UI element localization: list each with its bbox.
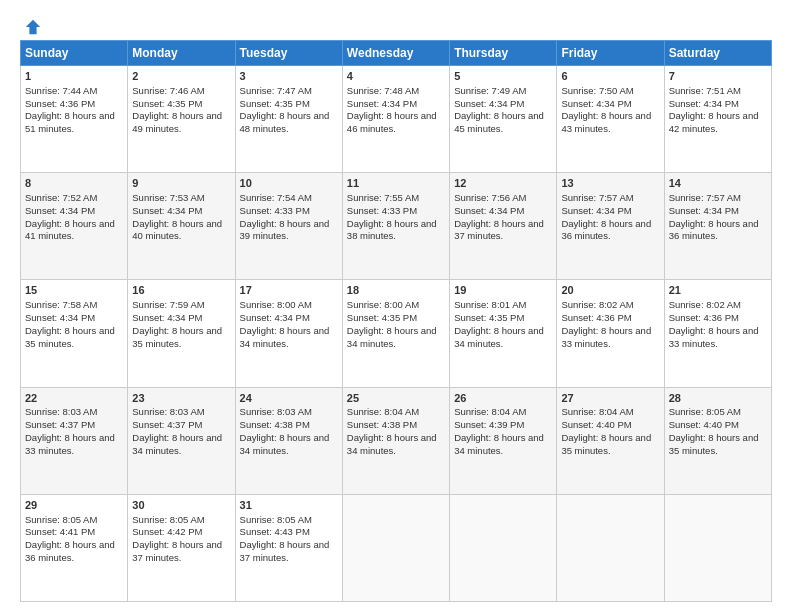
day-number: 19 bbox=[454, 283, 552, 298]
day-number: 10 bbox=[240, 176, 338, 191]
weekday-header: Monday bbox=[128, 41, 235, 66]
calendar-cell: 17Sunrise: 8:00 AMSunset: 4:34 PMDayligh… bbox=[235, 280, 342, 387]
calendar-cell: 6Sunrise: 7:50 AMSunset: 4:34 PMDaylight… bbox=[557, 66, 664, 173]
calendar-cell: 7Sunrise: 7:51 AMSunset: 4:34 PMDaylight… bbox=[664, 66, 771, 173]
calendar-cell: 3Sunrise: 7:47 AMSunset: 4:35 PMDaylight… bbox=[235, 66, 342, 173]
weekday-header: Wednesday bbox=[342, 41, 449, 66]
calendar-cell: 24Sunrise: 8:03 AMSunset: 4:38 PMDayligh… bbox=[235, 387, 342, 494]
calendar-week-row: 22Sunrise: 8:03 AMSunset: 4:37 PMDayligh… bbox=[21, 387, 772, 494]
calendar-table: SundayMondayTuesdayWednesdayThursdayFrid… bbox=[20, 40, 772, 602]
day-number: 1 bbox=[25, 69, 123, 84]
logo-icon bbox=[24, 18, 42, 36]
calendar-cell: 9Sunrise: 7:53 AMSunset: 4:34 PMDaylight… bbox=[128, 173, 235, 280]
day-number: 25 bbox=[347, 391, 445, 406]
calendar-cell: 12Sunrise: 7:56 AMSunset: 4:34 PMDayligh… bbox=[450, 173, 557, 280]
weekday-header: Sunday bbox=[21, 41, 128, 66]
calendar-cell: 25Sunrise: 8:04 AMSunset: 4:38 PMDayligh… bbox=[342, 387, 449, 494]
calendar-cell: 28Sunrise: 8:05 AMSunset: 4:40 PMDayligh… bbox=[664, 387, 771, 494]
calendar-cell: 13Sunrise: 7:57 AMSunset: 4:34 PMDayligh… bbox=[557, 173, 664, 280]
day-number: 31 bbox=[240, 498, 338, 513]
calendar-cell: 19Sunrise: 8:01 AMSunset: 4:35 PMDayligh… bbox=[450, 280, 557, 387]
calendar-cell: 14Sunrise: 7:57 AMSunset: 4:34 PMDayligh… bbox=[664, 173, 771, 280]
day-number: 13 bbox=[561, 176, 659, 191]
weekday-header: Friday bbox=[557, 41, 664, 66]
day-number: 16 bbox=[132, 283, 230, 298]
day-number: 27 bbox=[561, 391, 659, 406]
day-number: 22 bbox=[25, 391, 123, 406]
calendar-cell bbox=[342, 494, 449, 601]
calendar-cell: 15Sunrise: 7:58 AMSunset: 4:34 PMDayligh… bbox=[21, 280, 128, 387]
calendar-cell: 22Sunrise: 8:03 AMSunset: 4:37 PMDayligh… bbox=[21, 387, 128, 494]
day-number: 21 bbox=[669, 283, 767, 298]
day-number: 8 bbox=[25, 176, 123, 191]
calendar-cell bbox=[664, 494, 771, 601]
day-number: 5 bbox=[454, 69, 552, 84]
day-number: 15 bbox=[25, 283, 123, 298]
day-number: 12 bbox=[454, 176, 552, 191]
calendar-cell: 20Sunrise: 8:02 AMSunset: 4:36 PMDayligh… bbox=[557, 280, 664, 387]
calendar-cell: 4Sunrise: 7:48 AMSunset: 4:34 PMDaylight… bbox=[342, 66, 449, 173]
day-number: 26 bbox=[454, 391, 552, 406]
day-number: 7 bbox=[669, 69, 767, 84]
calendar-cell: 5Sunrise: 7:49 AMSunset: 4:34 PMDaylight… bbox=[450, 66, 557, 173]
day-number: 9 bbox=[132, 176, 230, 191]
calendar-cell: 8Sunrise: 7:52 AMSunset: 4:34 PMDaylight… bbox=[21, 173, 128, 280]
day-number: 3 bbox=[240, 69, 338, 84]
calendar-week-row: 15Sunrise: 7:58 AMSunset: 4:34 PMDayligh… bbox=[21, 280, 772, 387]
day-number: 30 bbox=[132, 498, 230, 513]
day-number: 6 bbox=[561, 69, 659, 84]
calendar-cell: 18Sunrise: 8:00 AMSunset: 4:35 PMDayligh… bbox=[342, 280, 449, 387]
calendar-week-row: 1Sunrise: 7:44 AMSunset: 4:36 PMDaylight… bbox=[21, 66, 772, 173]
calendar-cell: 1Sunrise: 7:44 AMSunset: 4:36 PMDaylight… bbox=[21, 66, 128, 173]
calendar-cell: 11Sunrise: 7:55 AMSunset: 4:33 PMDayligh… bbox=[342, 173, 449, 280]
calendar-cell: 16Sunrise: 7:59 AMSunset: 4:34 PMDayligh… bbox=[128, 280, 235, 387]
calendar-cell: 29Sunrise: 8:05 AMSunset: 4:41 PMDayligh… bbox=[21, 494, 128, 601]
day-number: 2 bbox=[132, 69, 230, 84]
weekday-header: Saturday bbox=[664, 41, 771, 66]
day-number: 17 bbox=[240, 283, 338, 298]
day-number: 11 bbox=[347, 176, 445, 191]
day-number: 20 bbox=[561, 283, 659, 298]
day-number: 23 bbox=[132, 391, 230, 406]
calendar-cell: 23Sunrise: 8:03 AMSunset: 4:37 PMDayligh… bbox=[128, 387, 235, 494]
calendar-body: 1Sunrise: 7:44 AMSunset: 4:36 PMDaylight… bbox=[21, 66, 772, 602]
calendar-cell: 30Sunrise: 8:05 AMSunset: 4:42 PMDayligh… bbox=[128, 494, 235, 601]
svg-marker-0 bbox=[26, 20, 40, 34]
day-number: 24 bbox=[240, 391, 338, 406]
weekday-header: Tuesday bbox=[235, 41, 342, 66]
day-number: 18 bbox=[347, 283, 445, 298]
logo bbox=[20, 18, 42, 32]
page: SundayMondayTuesdayWednesdayThursdayFrid… bbox=[0, 0, 792, 612]
calendar-cell bbox=[557, 494, 664, 601]
calendar-cell bbox=[450, 494, 557, 601]
day-number: 4 bbox=[347, 69, 445, 84]
calendar-cell: 31Sunrise: 8:05 AMSunset: 4:43 PMDayligh… bbox=[235, 494, 342, 601]
calendar-week-row: 29Sunrise: 8:05 AMSunset: 4:41 PMDayligh… bbox=[21, 494, 772, 601]
calendar-cell: 27Sunrise: 8:04 AMSunset: 4:40 PMDayligh… bbox=[557, 387, 664, 494]
weekday-header: Thursday bbox=[450, 41, 557, 66]
day-number: 28 bbox=[669, 391, 767, 406]
calendar-header-row: SundayMondayTuesdayWednesdayThursdayFrid… bbox=[21, 41, 772, 66]
calendar-cell: 26Sunrise: 8:04 AMSunset: 4:39 PMDayligh… bbox=[450, 387, 557, 494]
calendar-week-row: 8Sunrise: 7:52 AMSunset: 4:34 PMDaylight… bbox=[21, 173, 772, 280]
header bbox=[20, 18, 772, 32]
calendar-cell: 21Sunrise: 8:02 AMSunset: 4:36 PMDayligh… bbox=[664, 280, 771, 387]
day-number: 14 bbox=[669, 176, 767, 191]
day-number: 29 bbox=[25, 498, 123, 513]
calendar-cell: 2Sunrise: 7:46 AMSunset: 4:35 PMDaylight… bbox=[128, 66, 235, 173]
calendar-cell: 10Sunrise: 7:54 AMSunset: 4:33 PMDayligh… bbox=[235, 173, 342, 280]
